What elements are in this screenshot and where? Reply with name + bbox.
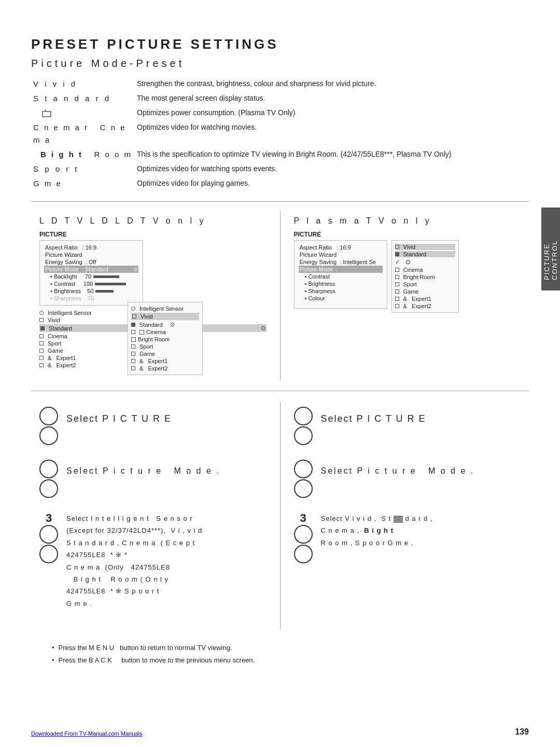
divider-2 bbox=[31, 391, 529, 391]
p-picture-wizard: Picture Wizard bbox=[299, 251, 383, 258]
bullet-symbol-1: • bbox=[52, 642, 54, 654]
mode-name: B i g h t R o o m bbox=[31, 147, 135, 162]
p-step-1-circles bbox=[294, 407, 313, 445]
step-2-circles bbox=[39, 460, 58, 498]
step-3-line3: S t a n d a r d , C n e m a ( E c e p t bbox=[66, 537, 267, 549]
list2-expert1: & Expert1 bbox=[131, 358, 199, 364]
footer-bullet-1: • Press the M E N U button to return to … bbox=[52, 642, 529, 654]
circle-2a bbox=[39, 460, 58, 478]
mode-row-standard: S t a n d a r d The most general screen … bbox=[31, 91, 529, 106]
p-circle-3b bbox=[294, 545, 313, 563]
step-plasma-1: Select P I C T U R E bbox=[294, 407, 521, 445]
p-step-2-content: Select P i c t u r e M o d e . bbox=[321, 460, 521, 478]
p-colour: • Colour bbox=[299, 295, 383, 302]
mode-desc: Optimizes video for watching movies. bbox=[135, 120, 529, 147]
mode-name: S p o r t bbox=[31, 162, 135, 176]
p-step-1-content: Select P I C T U R E bbox=[321, 407, 521, 427]
mode-desc: This is the specification to optimize TV… bbox=[135, 147, 529, 162]
p-list-expert1: & Expert1 bbox=[395, 296, 455, 302]
p-brightness: • Brightness bbox=[299, 280, 383, 287]
p-circle-2a bbox=[294, 460, 313, 478]
p-list-bright: Bright Room bbox=[395, 274, 455, 280]
mode-desc: Optimizes power consumption. (Plasma TV … bbox=[135, 106, 529, 120]
mode-row-vivid: V i v i d Strengthen the contrast, brigh… bbox=[31, 77, 529, 91]
p-circle-1a bbox=[294, 407, 313, 425]
circle-2b bbox=[39, 479, 58, 498]
step-3-line8: G m e . bbox=[66, 598, 267, 610]
mode-desc: The most general screen display status. bbox=[135, 91, 529, 106]
picture-wizard-row: Picture Wizard bbox=[44, 251, 138, 258]
footer-notes: • Press the M E N U button to return to … bbox=[31, 642, 529, 666]
p-aspect-ratio: Aspect Ratio : 16:9 bbox=[299, 244, 383, 251]
circle-3a bbox=[39, 525, 58, 544]
step-1-text: Select P I C T U R E bbox=[66, 411, 267, 427]
footer-link[interactable]: Downloaded From TV-Manual.com Manuals bbox=[31, 730, 142, 737]
lcd-mode-list-2: Intelligent Sensor Vivid Standard ⊙ Cine… bbox=[128, 302, 267, 375]
tv-divider bbox=[280, 211, 281, 380]
aspect-ratio-row: Aspect Ratio : 16:9 bbox=[44, 244, 138, 251]
page-number: 139 bbox=[515, 727, 529, 737]
list2-sport: Sport bbox=[131, 343, 199, 350]
p-picture-mode: Picture Mode : bbox=[299, 266, 383, 273]
mode-row-sport: S p o r t Optimizes video for watching s… bbox=[31, 162, 529, 176]
footer-text-1: Press the M E N U button to return to no… bbox=[59, 642, 232, 654]
picture-mode-row: Picture Mode : Standard ⊙ bbox=[44, 266, 138, 273]
p-list-expert2: & Expert2 bbox=[395, 303, 455, 309]
mode-desc: Optimizes video for playing games. bbox=[135, 176, 529, 191]
p-circle-1b bbox=[294, 426, 313, 445]
circle-1a bbox=[39, 407, 58, 425]
p-list-cinema: Cinema bbox=[395, 267, 455, 273]
mode-table: V i v i d Strengthen the contrast, brigh… bbox=[31, 77, 529, 191]
p-step-3-line2: C n e m a , B i g h t bbox=[321, 524, 521, 536]
lcd-picture-menu: Aspect Ratio : 16:9 Picture Wizard Energ… bbox=[39, 240, 143, 306]
energy-saving-row: Energy Saving : Off bbox=[44, 258, 138, 266]
list2-intelligent: Intelligent Sensor bbox=[131, 306, 199, 312]
bullet-symbol-2: • bbox=[52, 654, 54, 666]
page-container: PICTURE CONTROL PRESET PICTURE SETTINGS … bbox=[0, 0, 560, 747]
step-lcd-1: Select P I C T U R E bbox=[39, 407, 267, 445]
p-step-2-text: Select P i c t u r e M o d e . bbox=[321, 464, 521, 478]
step-3-num: 3 bbox=[39, 513, 58, 563]
sharpness-row: • Sharpness 70 bbox=[44, 295, 138, 302]
circle-1b bbox=[39, 426, 58, 445]
step-3-line1: Select I n t e l l i g e n t S e n s o r bbox=[66, 513, 267, 524]
tv-sections: L D T V L D L D T V o n l y PICTURE Aspe… bbox=[31, 211, 529, 380]
mode-name: S t a n d a r d bbox=[31, 91, 135, 106]
section-title: Picture Mode-Preset bbox=[31, 58, 529, 70]
plasma-title: P l a s m a T V o n l y bbox=[294, 216, 521, 226]
p-list-sport: Sport bbox=[395, 281, 455, 287]
step-1-content: Select P I C T U R E bbox=[66, 407, 267, 427]
steps-divider bbox=[280, 402, 281, 629]
step-num-3: 3 bbox=[46, 513, 52, 524]
mode-row-game: G m e Optimizes video for playing games. bbox=[31, 176, 529, 191]
p-list-standard: Standard bbox=[395, 251, 455, 257]
step-3-line6: B i g h t R o o m ( O n l y bbox=[66, 573, 267, 585]
step-lcd-2: Select P i c t u r e M o d e . bbox=[39, 460, 267, 498]
step-3-line2: (Except for 32/37/42LD4***), V i , v i d bbox=[66, 524, 267, 536]
mode-desc: Strengthen the contrast, brightness, col… bbox=[135, 77, 529, 91]
plasma-picture-menu: Aspect Ratio : 16:9 Picture Wizard Energ… bbox=[294, 240, 387, 309]
lcd-title: L D T V L D L D T V o n l y bbox=[39, 216, 267, 226]
mode-name: V i v i d bbox=[31, 77, 135, 91]
plasma-content: Aspect Ratio : 16:9 Picture Wizard Energ… bbox=[294, 240, 521, 313]
lcd-steps: Select P I C T U R E Select P i c t u r … bbox=[31, 402, 275, 629]
step-3-circles bbox=[39, 525, 58, 563]
list2-standard: Standard ⊙ bbox=[131, 321, 199, 328]
p-list-check: ✓ ⊙ bbox=[395, 258, 455, 266]
brightness-row: • Brightness 50 bbox=[44, 287, 138, 295]
circle-3b bbox=[39, 545, 58, 563]
footer-bullet-2: • Press the B A C K button to move to th… bbox=[52, 654, 529, 666]
step-2-text: Select P i c t u r e M o d e . bbox=[66, 464, 267, 478]
backlight-row: • Backlight 70 bbox=[44, 273, 138, 280]
p-step-1-text: Select P I C T U R E bbox=[321, 411, 521, 427]
mode-desc: Optimizes video for watching sports even… bbox=[135, 162, 529, 176]
plasma-col: P l a s m a T V o n l y PICTURE Aspect R… bbox=[286, 211, 529, 380]
list2-vivid: Vivid bbox=[131, 313, 199, 320]
p-sharpness: • Sharpness bbox=[299, 287, 383, 295]
p-step-2-circles bbox=[294, 460, 313, 498]
p-list-game: Game bbox=[395, 288, 455, 295]
p-step-3-line1: Select V i v i d , S t d a r d , bbox=[321, 513, 521, 524]
step-3-line5: C n e m a (Only 424755LE8 bbox=[66, 561, 267, 573]
mode-name bbox=[31, 106, 135, 120]
svg-rect-0 bbox=[43, 112, 51, 117]
